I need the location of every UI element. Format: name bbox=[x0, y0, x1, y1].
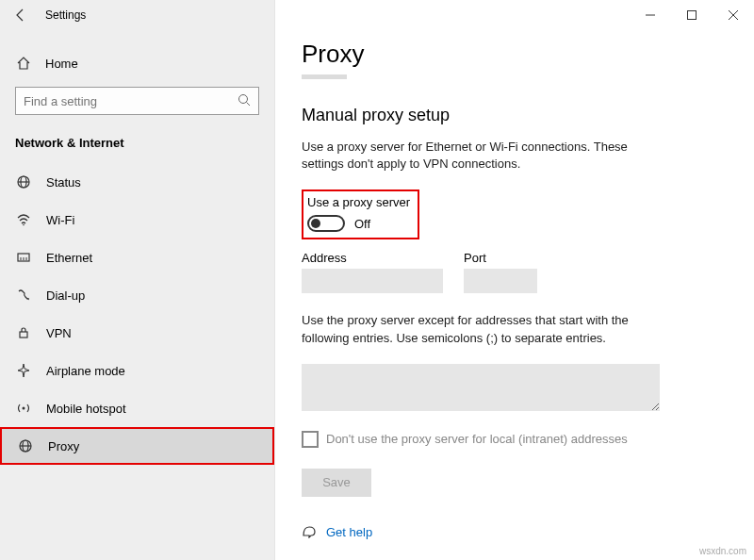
exceptions-input[interactable] bbox=[302, 364, 660, 411]
hotspot-icon bbox=[15, 400, 32, 417]
sidebar-item-label: Status bbox=[46, 175, 81, 189]
sidebar-item-proxy[interactable]: Proxy bbox=[0, 427, 274, 465]
sidebar-item-status[interactable]: Status bbox=[0, 163, 274, 201]
sidebar-item-label: Mobile hotspot bbox=[46, 402, 126, 416]
dialup-icon bbox=[15, 287, 32, 304]
window-title: Settings bbox=[45, 8, 86, 22]
nav-list: Status Wi-Fi Ethernet Dial-up VPN Airpla… bbox=[0, 163, 274, 465]
arrow-left-icon bbox=[13, 8, 28, 23]
sidebar-item-dialup[interactable]: Dial-up bbox=[0, 276, 274, 314]
content-area: Proxy Manual proxy setup Use a proxy ser… bbox=[275, 0, 754, 560]
highlight-box: Use a proxy server Off bbox=[302, 189, 419, 239]
titlebar: Settings bbox=[0, 0, 754, 30]
close-button[interactable] bbox=[713, 1, 754, 29]
local-checkbox[interactable] bbox=[302, 431, 319, 448]
sidebar-item-label: Ethernet bbox=[46, 251, 92, 265]
vpn-icon bbox=[15, 324, 32, 341]
address-label: Address bbox=[302, 251, 443, 265]
port-label: Port bbox=[464, 251, 537, 265]
save-button[interactable]: Save bbox=[302, 469, 371, 497]
search-icon bbox=[238, 93, 251, 109]
toggle-state: Off bbox=[354, 217, 370, 231]
sidebar-item-hotspot[interactable]: Mobile hotspot bbox=[0, 389, 274, 427]
sidebar: Home Network & Internet Status Wi-Fi Eth… bbox=[0, 0, 275, 560]
airplane-icon bbox=[15, 362, 32, 379]
home-label: Home bbox=[45, 57, 78, 71]
local-checkbox-label: Don't use the proxy server for local (in… bbox=[326, 432, 628, 446]
back-button[interactable] bbox=[13, 8, 28, 23]
svg-rect-1 bbox=[688, 11, 697, 20]
svg-point-4 bbox=[239, 94, 248, 103]
svg-point-9 bbox=[23, 224, 25, 226]
sidebar-item-label: Wi-Fi bbox=[46, 213, 74, 227]
maximize-icon bbox=[687, 10, 697, 20]
wifi-icon bbox=[15, 211, 32, 228]
section-description: Use a proxy server for Ethernet or Wi-Fi… bbox=[302, 139, 650, 173]
help-link[interactable]: Get help bbox=[302, 523, 728, 541]
close-icon bbox=[729, 10, 738, 20]
sidebar-item-wifi[interactable]: Wi-Fi bbox=[0, 201, 274, 239]
svg-rect-14 bbox=[20, 332, 27, 338]
sidebar-item-airplane[interactable]: Airplane mode bbox=[0, 352, 274, 389]
exceptions-description: Use the proxy server except for addresse… bbox=[302, 312, 650, 346]
ethernet-icon bbox=[15, 249, 32, 266]
sidebar-item-label: Dial-up bbox=[46, 288, 85, 303]
minimize-button[interactable] bbox=[630, 1, 671, 29]
toggle-knob bbox=[311, 219, 320, 228]
watermark: wsxdn.com bbox=[699, 546, 746, 556]
toggle-label: Use a proxy server bbox=[307, 195, 410, 209]
sidebar-item-label: Proxy bbox=[48, 439, 79, 453]
address-input[interactable] bbox=[302, 269, 443, 293]
sidebar-item-vpn[interactable]: VPN bbox=[0, 314, 274, 352]
title-underline bbox=[302, 74, 347, 79]
section-title: Manual proxy setup bbox=[302, 106, 728, 125]
svg-point-15 bbox=[23, 407, 25, 410]
home-icon bbox=[15, 55, 32, 72]
category-heading: Network & Internet bbox=[0, 128, 274, 163]
proxy-toggle[interactable] bbox=[307, 215, 345, 232]
home-link[interactable]: Home bbox=[0, 47, 274, 79]
status-icon bbox=[15, 173, 32, 190]
search-input[interactable] bbox=[24, 94, 238, 108]
minimize-icon bbox=[646, 10, 655, 20]
page-title: Proxy bbox=[302, 40, 728, 69]
sidebar-item-label: Airplane mode bbox=[46, 364, 125, 378]
help-label: Get help bbox=[326, 525, 372, 539]
help-icon bbox=[302, 523, 317, 541]
globe-icon bbox=[17, 437, 34, 454]
sidebar-item-label: VPN bbox=[46, 326, 72, 340]
maximize-button[interactable] bbox=[671, 1, 713, 29]
svg-line-5 bbox=[247, 102, 251, 106]
sidebar-item-ethernet[interactable]: Ethernet bbox=[0, 239, 274, 276]
port-input[interactable] bbox=[464, 269, 537, 293]
search-box[interactable] bbox=[15, 87, 259, 115]
